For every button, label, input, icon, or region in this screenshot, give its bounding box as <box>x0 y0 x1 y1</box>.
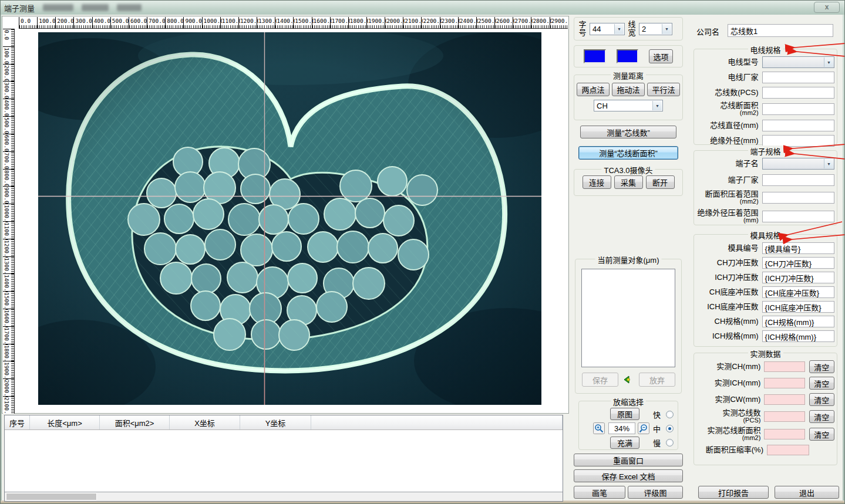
mold-field-label: CH刀冲压数 <box>694 259 759 266</box>
mold-field-input[interactable]: {模具编号} <box>762 242 834 254</box>
measured-value-field <box>767 445 809 455</box>
wire-field-label: 芯线数(PCS) <box>694 89 759 96</box>
mold-field-input[interactable]: {ICH底座冲压数} <box>762 301 834 313</box>
ruler-label: 500.0 <box>112 18 130 24</box>
wire-field-label: 芯线断面积(mm2) <box>694 102 759 116</box>
terminal-field-select[interactable]: ▼ <box>762 158 834 170</box>
clear-button[interactable]: 清空 <box>809 410 834 423</box>
wire-field-select[interactable]: ▼ <box>762 56 834 68</box>
wire-field-label: 绝缘外径(mm) <box>694 137 759 144</box>
ruler-label: 900.0 <box>185 18 203 24</box>
ruler-tick: 1200.0 <box>3 239 14 256</box>
ruler-tick: 2000.0 <box>385 17 403 28</box>
drag-method-button[interactable]: 拖动法 <box>612 83 645 96</box>
two-point-method-button[interactable]: 两点法 <box>577 83 610 96</box>
measure-core-count-button[interactable]: 测量“芯线数” <box>580 126 676 138</box>
zoom-fit-button[interactable]: 充满 <box>610 437 639 449</box>
company-label: 公司名 <box>696 26 719 37</box>
measured-field-label: 断面积压缩率(%) <box>694 447 763 454</box>
measured-row-实测ICH(mm): 实测ICH(mm)清空 <box>694 377 834 390</box>
mold-field-input[interactable]: {CH底座冲压数} <box>762 286 834 298</box>
font-size-select[interactable]: 44 ▼ <box>590 23 625 35</box>
terminal-field-input[interactable] <box>762 174 834 186</box>
save-measure-button[interactable]: 保存 <box>582 373 618 387</box>
wire-field-input[interactable] <box>762 120 834 131</box>
clear-button[interactable]: 清空 <box>809 393 834 406</box>
ruler-label: 400.0 <box>94 18 112 24</box>
speed-radio[interactable] <box>666 425 674 432</box>
mold-field-input[interactable]: {CH刀冲压数} <box>762 257 834 269</box>
options-button[interactable]: 选项 <box>649 49 673 63</box>
zoom-original-button[interactable]: 原图 <box>610 408 639 420</box>
table-header-filler <box>311 415 563 429</box>
ruler-label: 800.0 <box>4 170 10 187</box>
table-header-5[interactable]: Y坐标 <box>240 415 311 429</box>
table-header-2[interactable]: 长度<μm> <box>30 415 100 429</box>
terminal-spec-group: 端子规格 端子名▼端子厂家断面积压着范围(mm2)绝缘外径压着范围(mm) <box>693 150 837 225</box>
ruler-label: 600.0 <box>4 135 10 152</box>
line-width-select[interactable]: 2 ▼ <box>639 23 672 35</box>
exit-button[interactable]: 退出 <box>775 486 839 499</box>
measure-mode-select[interactable]: CH ▼ <box>594 100 663 111</box>
table-header-3[interactable]: 面积<μm2> <box>100 415 170 429</box>
ruler-tick: 1300.0 <box>3 256 14 274</box>
results-table-body[interactable] <box>5 430 563 492</box>
company-input[interactable]: 芯线数1 <box>728 24 833 37</box>
ruler-tick: 2700.0 <box>513 17 531 28</box>
mold-field-label: ICH底座冲压数 <box>694 303 759 310</box>
speed-radio[interactable] <box>666 411 674 418</box>
table-header-4[interactable]: X坐标 <box>170 415 240 429</box>
wire-field-input[interactable] <box>762 103 834 115</box>
ruler-tick: 200.0 <box>55 17 73 28</box>
color-swatch-2[interactable] <box>617 49 639 63</box>
hscrollbar-thumb[interactable] <box>6 493 97 500</box>
ruler-label: 2900.0 <box>551 18 568 24</box>
microscope-image[interactable] <box>38 32 541 405</box>
ruler-tick: 1300.0 <box>257 17 275 28</box>
ruler-tick: 1900.0 <box>3 361 14 378</box>
wire-field-input[interactable] <box>762 72 834 83</box>
camera-connect-button[interactable]: 连接 <box>583 175 611 189</box>
parallel-method-button[interactable]: 平行法 <box>647 83 680 96</box>
clear-button[interactable]: 清空 <box>809 360 834 373</box>
wire-field-input[interactable] <box>762 135 834 147</box>
current-object-listbox[interactable] <box>581 269 675 367</box>
terminal-field-input[interactable] <box>762 192 834 204</box>
redraw-window-button[interactable]: 重画窗口 <box>574 454 683 466</box>
terminal-field-input[interactable] <box>762 211 834 222</box>
camera-title: TCA3.0摄像头 <box>601 164 655 175</box>
spec-row-电线厂家: 电线厂家 <box>694 72 834 83</box>
table-header-1[interactable]: 序号 <box>5 415 30 429</box>
camera-capture-button[interactable]: 采集 <box>614 175 643 189</box>
mold-field-label: 模具编号 <box>694 245 759 252</box>
ruler-tick: 900.0 <box>3 186 14 204</box>
color-swatch-1[interactable] <box>584 49 606 63</box>
mold-field-input[interactable]: {ICH刀冲压数} <box>762 272 834 283</box>
mold-field-input[interactable]: {CH规格(mm)} <box>762 316 834 327</box>
print-report-button[interactable]: 打印报告 <box>698 486 769 499</box>
wire-spec-group: 电线规格 电线型号▼电线厂家芯线数(PCS)芯线断面积(mm2)芯线直径(mm)… <box>693 49 837 145</box>
discard-measure-button[interactable]: 放弃 <box>639 373 675 387</box>
wire-field-input[interactable] <box>762 87 834 99</box>
mold-field-input[interactable]: {ICH规格(mm)} <box>762 330 834 342</box>
ruler-label: 800.0 <box>167 18 184 24</box>
spec-row-ICH规格(mm): ICH规格(mm){ICH规格(mm)} <box>694 330 834 342</box>
speed-option-中: 中 <box>653 421 678 435</box>
ruler-horizontal: 0.0100.0200.0300.0400.0500.0600.0700.080… <box>19 17 568 29</box>
zoom-value-field[interactable]: 34% <box>608 422 635 434</box>
speed-label: 中 <box>653 423 661 434</box>
speed-radio[interactable] <box>666 439 674 447</box>
clear-button[interactable]: 清空 <box>809 377 834 390</box>
measure-core-area-button[interactable]: 测量“芯线断面积” <box>578 146 678 160</box>
zoom-in-icon[interactable] <box>593 422 605 434</box>
camera-disconnect-button[interactable]: 断开 <box>646 175 675 189</box>
zoom-out-icon[interactable] <box>638 422 649 434</box>
results-table-hscrollbar[interactable] <box>5 492 563 501</box>
grade-chart-button[interactable]: 评级图 <box>628 486 683 499</box>
pen-button[interactable]: 画笔 <box>574 486 625 499</box>
mold-field-label: ICH规格(mm) <box>694 333 759 340</box>
measured-field-label: 实测芯线数(PCS) <box>694 410 760 424</box>
save-excel-button[interactable]: 保存 Excel 文档 <box>574 469 683 482</box>
clear-button[interactable]: 清空 <box>809 428 834 441</box>
ruler-label: 0.0 <box>21 18 31 24</box>
